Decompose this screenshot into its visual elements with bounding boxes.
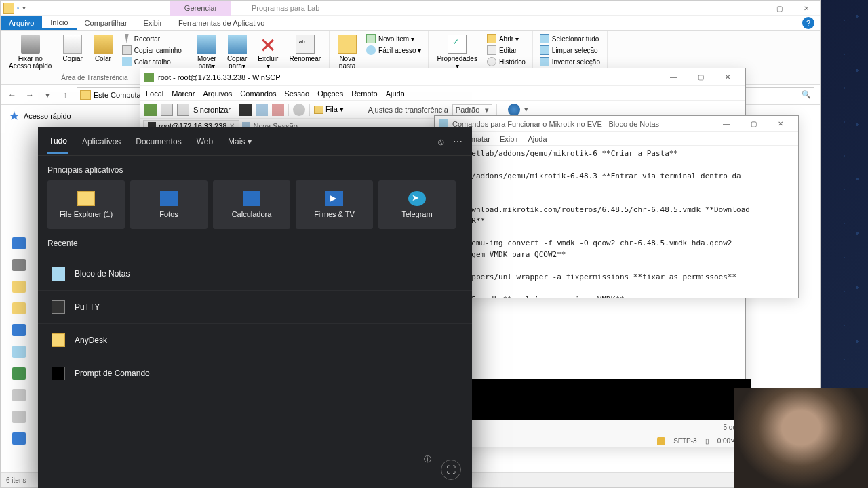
sidebar-quick-access[interactable]: Acesso rápido	[1, 109, 136, 123]
paste-shortcut-button[interactable]: Colar atalho	[121, 56, 183, 67]
cut-button[interactable]: Recortar	[121, 33, 183, 44]
select-none-button[interactable]: Limpar seleção	[538, 45, 601, 56]
putty-icon	[52, 300, 65, 314]
tile-calculator[interactable]: Calculadora	[213, 180, 290, 229]
edit-button[interactable]: Editar	[486, 45, 527, 56]
notepad-window: Comandos para Funcionar o Mikrotik no EV…	[434, 115, 799, 298]
tab-apps[interactable]: Aplicativos	[81, 130, 122, 153]
select-all-button[interactable]: Selecionar tudo	[538, 33, 601, 44]
qat-dropdown-icon[interactable]: ▾	[22, 4, 26, 12]
forward-button[interactable]: →	[24, 89, 36, 101]
tab-web[interactable]: Web	[195, 130, 214, 153]
menu-help[interactable]: Ajuda	[528, 135, 547, 143]
easy-access-button[interactable]: Fácil acesso ▾	[365, 45, 422, 56]
menu-mark[interactable]: Marcar	[172, 89, 195, 98]
maximize-button[interactable]: ▢	[740, 117, 767, 131]
minimize-button[interactable]: —	[713, 117, 740, 131]
notepad-text-area[interactable]: /opt/unetlab/addons/qemu/mikrotik-6 **Cr…	[435, 146, 798, 298]
copy-path-button[interactable]: Copiar caminho	[121, 45, 183, 56]
minimize-button[interactable]: —	[738, 1, 766, 16]
top-apps-label: Principais aplicativos	[38, 156, 472, 180]
add-session-icon[interactable]	[144, 104, 157, 116]
copy-button[interactable]: Copiar	[60, 33, 85, 74]
menu-remote[interactable]: Remoto	[351, 89, 378, 98]
winscp-menubar: Local Marcar Arquivos Comandos Sessão Op…	[140, 86, 745, 101]
recent-notepad[interactable]: Bloco de Notas	[38, 258, 472, 291]
tab-documents[interactable]: Documentos	[134, 130, 182, 153]
new-item-button[interactable]: Novo item ▾	[365, 33, 422, 44]
globe-icon[interactable]	[508, 104, 520, 116]
menu-view[interactable]: Exibir	[500, 135, 519, 143]
screenshot-search-button[interactable]: ⛶	[441, 460, 461, 480]
transfer-settings-label: Ajustes de transferência	[368, 106, 448, 114]
recent-dropdown[interactable]: ▾	[41, 89, 54, 101]
lock-icon	[657, 437, 665, 445]
close-button[interactable]: ✕	[714, 70, 741, 85]
onedrive-icon[interactable]	[12, 237, 26, 249]
movies-icon	[326, 191, 343, 206]
minimize-button[interactable]: —	[660, 70, 687, 85]
open-button[interactable]: Abrir ▾	[486, 33, 527, 44]
back-button[interactable]: ←	[6, 89, 18, 101]
history-button[interactable]: Histórico	[486, 56, 527, 67]
paste-button[interactable]: Colar	[91, 33, 115, 74]
tile-photos[interactable]: Fotos	[130, 180, 208, 229]
tab-share[interactable]: Compartilhar	[77, 16, 136, 30]
winscp-titlebar: root - root@172.16.33.238 - WinSCP — ▢ ✕	[140, 68, 745, 86]
tab-home[interactable]: Início	[42, 16, 76, 30]
maximize-button[interactable]: ▢	[687, 70, 714, 85]
menu-session[interactable]: Sessão	[285, 89, 310, 98]
recent-putty[interactable]: PuTTY	[38, 291, 472, 324]
tile-file-explorer[interactable]: File Explorer (1)	[47, 180, 125, 229]
more-options-icon[interactable]: ⋯	[453, 136, 462, 147]
pin-quick-access-button[interactable]: Fixar no Acesso rápido	[6, 33, 54, 74]
search-icon: 🔍	[802, 90, 811, 99]
folder-icon[interactable]	[12, 302, 26, 314]
invert-selection-button[interactable]: Inverter seleção	[538, 56, 601, 67]
photos-icon	[160, 191, 178, 206]
music-icon[interactable]	[12, 367, 26, 380]
sync-button[interactable]: Sincronizar	[193, 106, 231, 114]
contextual-tab-manage[interactable]: Gerenciar	[170, 1, 231, 16]
notepad-titlebar: Comandos para Funcionar o Mikrotik no EV…	[435, 116, 798, 132]
tile-movies[interactable]: Filmes & TV	[296, 180, 373, 229]
recent-anydesk[interactable]: AnyDesk	[38, 324, 472, 357]
close-button[interactable]: ✕	[767, 117, 794, 131]
downloads-icon[interactable]	[12, 324, 26, 336]
tab-view[interactable]: Exibir	[136, 16, 171, 30]
folder-icon[interactable]	[12, 281, 26, 293]
pictures-icon[interactable]	[12, 346, 26, 358]
info-icon[interactable]: ⓘ	[424, 454, 431, 474]
terminal-icon[interactable]	[239, 104, 252, 116]
recent-cmd[interactable]: Prompt de Comando	[38, 357, 472, 390]
preferences-icon[interactable]	[293, 104, 305, 116]
menu-help[interactable]: Ajuda	[386, 89, 405, 98]
qat-save-icon[interactable]: ▫	[17, 4, 20, 12]
thispc-icon[interactable]	[12, 259, 26, 271]
drive-icon[interactable]	[12, 389, 26, 401]
path-icon[interactable]	[256, 104, 268, 116]
up-button[interactable]: ↑	[59, 89, 71, 101]
status-protocol: SFTP-3	[673, 437, 696, 445]
menu-commands[interactable]: Comandos	[240, 89, 276, 98]
tab-more[interactable]: Mais ▾	[226, 130, 253, 153]
tab-all[interactable]: Tudo	[47, 129, 68, 154]
menu-local[interactable]: Local	[146, 89, 163, 98]
menu-options[interactable]: Opções	[317, 89, 343, 98]
sync-browse-icon[interactable]	[177, 104, 189, 116]
compare-icon[interactable]	[161, 104, 173, 116]
tab-apptools[interactable]: Ferramentas de Aplicativo	[170, 16, 273, 30]
transfer-settings-dropdown[interactable]: Padrão	[452, 104, 492, 115]
tile-telegram[interactable]: Telegram	[378, 180, 456, 229]
close-session-icon[interactable]	[272, 104, 284, 116]
feedback-icon[interactable]: ⎋	[438, 136, 443, 147]
close-button[interactable]: ✕	[793, 1, 820, 16]
help-icon[interactable]: ?	[802, 17, 814, 29]
network-icon[interactable]	[12, 432, 26, 445]
queue-button[interactable]: Fila ▾	[314, 105, 344, 114]
drive-icon[interactable]	[12, 411, 26, 423]
folder-icon	[3, 3, 14, 14]
menu-files[interactable]: Arquivos	[203, 89, 233, 98]
maximize-button[interactable]: ▢	[766, 1, 793, 16]
tab-file[interactable]: Arquivo	[1, 16, 42, 30]
